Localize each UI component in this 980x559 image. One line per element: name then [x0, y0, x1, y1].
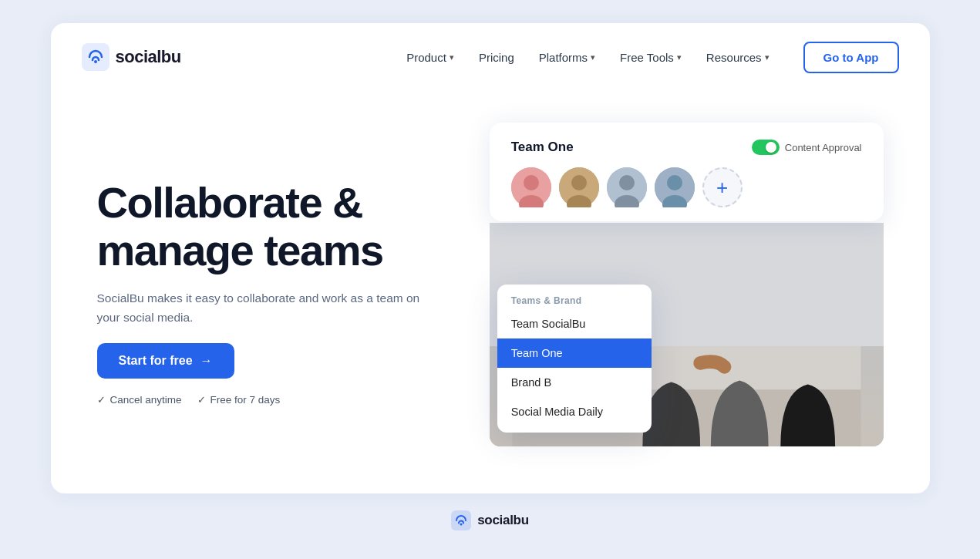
- chevron-down-icon: ▾: [591, 52, 595, 62]
- check-icon: ✓: [97, 394, 106, 406]
- chevron-down-icon: ▾: [677, 52, 682, 62]
- hero-section: Collaborate & manage teams SocialBu make…: [51, 91, 930, 493]
- add-member-button[interactable]: +: [702, 167, 743, 207]
- content-approval-label: Content Approval: [785, 142, 862, 153]
- page-wrapper: socialbu Product ▾ Pricing Platforms: [0, 0, 980, 559]
- main-card: socialbu Product ▾ Pricing Platforms: [51, 23, 930, 493]
- svg-point-12: [667, 175, 682, 190]
- chevron-down-icon: ▾: [765, 52, 770, 62]
- nav-item-resources[interactable]: Resources ▾: [697, 45, 779, 70]
- nav-label-product: Product: [406, 51, 446, 64]
- nav-label-resources: Resources: [706, 51, 762, 64]
- avatar-row: +: [511, 167, 862, 207]
- hero-left: Collaborate & manage teams SocialBu make…: [97, 179, 459, 406]
- nav-item-pricing[interactable]: Pricing: [470, 45, 524, 70]
- nav-links: Product ▾ Pricing Platforms ▾: [397, 45, 778, 70]
- toggle-icon[interactable]: [752, 140, 780, 155]
- nav-label-pricing: Pricing: [479, 51, 514, 64]
- footer: socialbu: [451, 493, 529, 534]
- arrow-icon: →: [200, 354, 213, 368]
- svg-point-9: [619, 175, 635, 190]
- svg-point-6: [571, 175, 587, 190]
- hero-right-container: Team One Content Approval: [490, 123, 884, 462]
- avatar-2: [559, 167, 599, 207]
- start-free-label: Start for free: [119, 354, 193, 368]
- start-free-button[interactable]: Start for free →: [97, 343, 234, 379]
- avatar-1: [511, 167, 551, 207]
- svg-point-1: [94, 60, 97, 63]
- logo-text: socialbu: [116, 47, 181, 67]
- dropdown-menu: Teams & Brand Team SocialBu Team One Bra…: [497, 285, 652, 433]
- dropdown-section-label: Teams & Brand: [497, 291, 652, 309]
- dropdown-item-2[interactable]: Brand B: [497, 368, 652, 397]
- logo-icon: [82, 43, 109, 71]
- svg-point-3: [524, 175, 539, 190]
- dropdown-item-0[interactable]: Team SocialBu: [497, 309, 652, 338]
- dropdown-item-3[interactable]: Social Media Daily: [497, 397, 652, 426]
- chevron-down-icon: ▾: [450, 52, 454, 62]
- svg-point-29: [460, 524, 463, 526]
- team-card-header: Team One Content Approval: [511, 140, 862, 155]
- hero-title: Collaborate & manage teams: [97, 179, 459, 274]
- check-cancel: ✓ Cancel anytime: [97, 394, 182, 406]
- check-free-trial: ✓ Free for 7 days: [197, 394, 281, 406]
- check-icon: ✓: [197, 394, 206, 406]
- content-approval-toggle[interactable]: Content Approval: [752, 140, 862, 155]
- hero-checks: ✓ Cancel anytime ✓ Free for 7 days: [97, 394, 459, 406]
- avatar-4: [655, 167, 695, 207]
- team-card: Team One Content Approval: [490, 123, 884, 221]
- nav-label-free-tools: Free Tools: [620, 51, 674, 64]
- hero-right: Team One Content Approval: [490, 123, 884, 462]
- nav-label-platforms: Platforms: [539, 51, 588, 64]
- nav-item-free-tools[interactable]: Free Tools ▾: [611, 45, 691, 70]
- logo-link[interactable]: socialbu: [82, 43, 181, 71]
- team-name: Team One: [511, 140, 574, 155]
- avatar-3: [607, 167, 647, 207]
- hero-subtitle: SocialBu makes it easy to collaborate an…: [97, 289, 429, 328]
- dropdown-item-1[interactable]: Team One: [497, 338, 652, 368]
- nav-item-platforms[interactable]: Platforms ▾: [530, 45, 605, 70]
- footer-logo-icon: [451, 510, 471, 530]
- nav-item-product[interactable]: Product ▾: [397, 45, 463, 70]
- footer-logo-text: socialbu: [477, 513, 529, 528]
- go-to-app-button[interactable]: Go to App: [803, 42, 899, 73]
- navbar: socialbu Product ▾ Pricing Platforms: [51, 23, 930, 91]
